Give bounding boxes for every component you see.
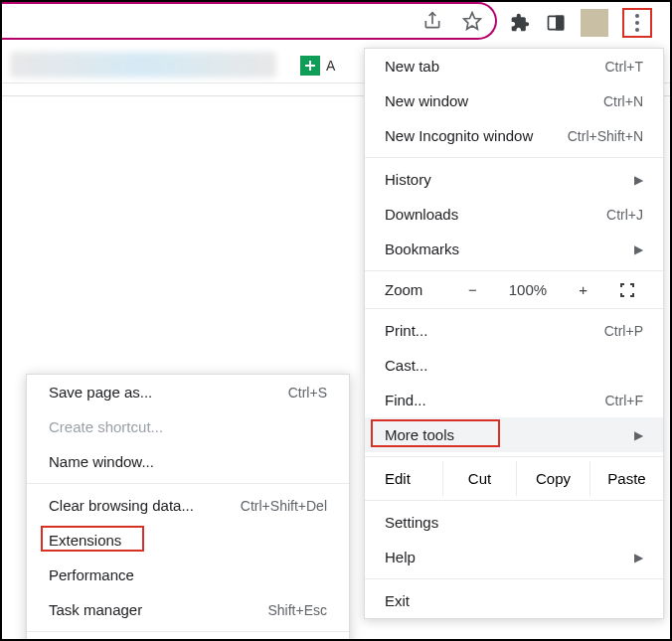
submenu-create-shortcut[interactable]: Create shortcut... [27,409,349,444]
submenu-clear-data[interactable]: Clear browsing data... Ctrl+Shift+Del [27,488,349,523]
zoom-label: Zoom [385,281,452,298]
submenu-name-window[interactable]: Name window... [27,444,349,479]
menu-zoom: Zoom − 100% + [365,275,663,304]
menu-bookmarks[interactable]: Bookmarks ▶ [365,232,663,266]
menu-label: Help [385,549,416,565]
omnibox[interactable] [2,2,497,40]
menu-downloads[interactable]: Downloads Ctrl+J [365,197,663,232]
menu-cast[interactable]: Cast... [365,348,663,383]
menu-shortcut: Ctrl+S [288,385,327,401]
menu-shortcut: Ctrl+Shift+N [568,128,643,144]
svg-point-4 [635,21,639,25]
submenu-task-manager[interactable]: Task manager Shift+Esc [27,592,349,627]
star-icon[interactable] [461,10,483,32]
chevron-right-icon: ▶ [634,242,643,256]
menu-shortcut: Ctrl+T [605,59,644,75]
menu-separator [365,500,663,501]
submenu-developer-tools[interactable]: Developer tools Ctrl+Shift+I [27,636,349,641]
menu-separator [27,483,349,484]
menu-new-window[interactable]: New window Ctrl+N [365,83,663,118]
share-icon[interactable] [421,10,443,32]
menu-find[interactable]: Find... Ctrl+F [365,383,663,417]
menu-incognito[interactable]: New Incognito window Ctrl+Shift+N [365,118,663,153]
svg-point-3 [635,14,639,18]
browser-toolbar [2,2,670,48]
menu-label: Cast... [385,357,427,374]
zoom-out-button[interactable]: − [468,281,477,298]
menu-print[interactable]: Print... Ctrl+P [365,313,663,348]
menu-separator [365,308,663,309]
menu-label: More tools [385,426,454,443]
zoom-in-button[interactable]: + [579,281,588,298]
menu-label: History [385,171,431,188]
menu-shortcut: Ctrl+Shift+Del [241,498,327,514]
menu-label: Name window... [49,453,154,470]
submenu-extensions[interactable]: Extensions [27,523,349,558]
menu-label: Task manager [49,601,142,618]
menu-label: Find... [385,392,426,408]
edit-label: Edit [365,461,442,496]
menu-new-tab[interactable]: New tab Ctrl+T [365,49,663,83]
menu-separator [365,270,663,271]
menu-settings[interactable]: Settings [365,505,663,540]
blurred-bookmark [10,52,276,78]
menu-label: Save page as... [49,384,152,401]
menu-label: Clear browsing data... [49,497,194,514]
menu-separator [365,578,663,579]
chevron-right-icon: ▶ [634,173,643,187]
menu-label: New window [385,92,468,109]
menu-label: Downloads [385,206,458,223]
fullscreen-icon[interactable] [619,282,635,298]
main-menu: New tab Ctrl+T New window Ctrl+N New Inc… [364,48,664,619]
menu-shortcut: Ctrl+J [606,207,643,223]
menu-label: Performance [49,566,134,583]
edit-copy-button[interactable]: Copy [516,461,589,496]
kebab-menu-button[interactable] [622,8,652,38]
menu-label: Extensions [49,532,121,549]
menu-separator [365,157,663,158]
svg-point-5 [635,28,639,32]
menu-label: Settings [385,514,438,531]
menu-history[interactable]: History ▶ [365,162,663,197]
menu-label: Exit [385,592,410,609]
menu-edit-row: Edit Cut Copy Paste [365,461,663,496]
menu-separator [27,631,349,632]
profile-avatar[interactable] [581,9,608,37]
menu-exit[interactable]: Exit [365,583,663,618]
menu-help[interactable]: Help ▶ [365,540,663,574]
menu-label: Print... [385,322,427,339]
menu-label: New Incognito window [385,127,533,144]
chevron-right-icon: ▶ [634,428,643,442]
svg-marker-0 [464,13,481,30]
more-tools-submenu: Save page as... Ctrl+S Create shortcut..… [26,374,350,641]
submenu-save-page[interactable]: Save page as... Ctrl+S [27,375,349,409]
svg-rect-2 [557,16,564,29]
sheets-icon[interactable] [300,56,320,76]
submenu-performance[interactable]: Performance [27,558,349,592]
edit-paste-button[interactable]: Paste [589,461,663,496]
menu-shortcut: Ctrl+N [603,93,643,109]
menu-shortcut: Shift+Esc [267,602,327,618]
menu-more-tools[interactable]: More tools ▶ [365,417,663,452]
menu-separator [365,456,663,457]
zoom-value: 100% [509,281,547,298]
menu-shortcut: Ctrl+F [605,393,644,408]
menu-label: Create shortcut... [49,418,163,435]
sidepanel-icon[interactable] [545,12,567,34]
chevron-right-icon: ▶ [634,551,643,564]
extensions-puzzle-icon[interactable] [509,12,531,34]
menu-label: New tab [385,58,439,75]
edit-cut-button[interactable]: Cut [442,461,516,496]
menu-shortcut: Ctrl+P [604,323,643,339]
menu-label: Bookmarks [385,240,459,257]
bookmark-label[interactable]: A [326,58,335,74]
